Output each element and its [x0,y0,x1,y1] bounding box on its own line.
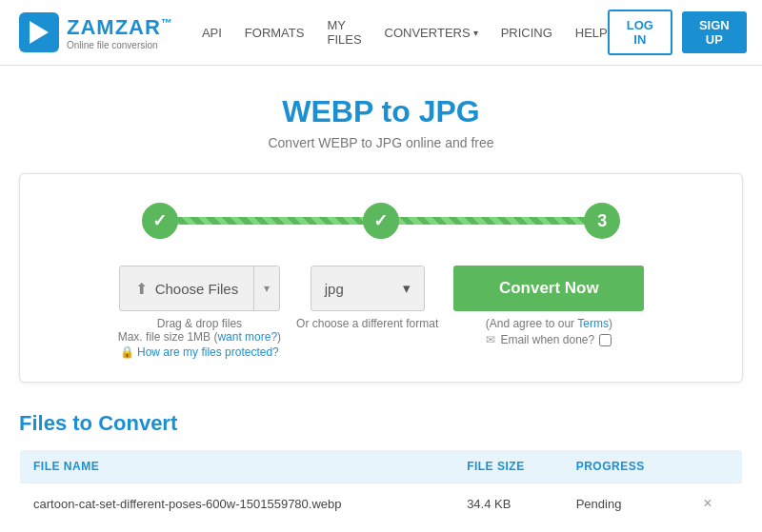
file-progress-cell: Pending [563,483,686,524]
progress-bar-container: ✓ ✓ 3 [49,203,713,239]
file-size-cell: 34.4 KB [453,483,563,524]
terms-link[interactable]: Terms [577,317,609,330]
step-1-circle: ✓ [142,203,178,239]
choose-files-hint: Drag & drop files Max. file size 1MB (wa… [118,317,281,344]
format-select[interactable]: jpg ▾ [311,266,425,311]
lock-icon: 🔒 [120,345,134,359]
email-checkbox[interactable] [599,334,612,346]
logo-area[interactable]: ZAMZAR™ Online file conversion [19,12,173,52]
page-title: WEBP to JPG [19,94,743,129]
main-content: WEBP to JPG Convert WEBP to JPG online a… [0,66,762,532]
table-row: cartoon-cat-set-different-poses-600w-150… [20,483,743,524]
header-actions: LOG IN SIGN UP [608,10,747,55]
progress-steps: ✓ ✓ 3 [142,203,621,239]
nav-api[interactable]: API [202,26,222,40]
convert-group: Convert Now (And agree to our Terms) ✉ E… [453,266,644,346]
convert-agree-text: (And agree to our Terms) [486,317,612,330]
logo-name: ZAMZAR™ [67,15,173,40]
format-arrow-icon: ▾ [403,280,411,297]
choose-files-dropdown-arrow[interactable]: ▾ [253,266,279,310]
login-button[interactable]: LOG IN [608,10,672,55]
email-label: Email when done? [500,333,594,346]
choose-files-label: Choose Files [155,281,239,297]
nav-formats[interactable]: FORMATS [245,26,305,40]
format-value: jpg [325,281,344,297]
choose-files-group: ⬆ Choose Files ▾ Drag & drop files Max. … [118,266,281,359]
nav-myfiles[interactable]: MY FILES [327,18,361,47]
nav-converters[interactable]: CONVERTERS [385,26,478,40]
step-2-circle: ✓ [363,203,399,239]
site-header: ZAMZAR™ Online file conversion API FORMA… [0,0,762,66]
file-name-cell: cartoon-cat-set-different-poses-600w-150… [20,483,454,524]
choose-files-main: ⬆ Choose Files [120,266,254,310]
main-nav: API FORMATS MY FILES CONVERTERS PRICING … [202,18,608,47]
logo-icon [19,12,59,52]
step-3-circle: 3 [584,203,620,239]
remove-file-button[interactable]: × [699,495,715,512]
logo-text-area: ZAMZAR™ Online file conversion [67,15,173,50]
upload-icon: ⬆ [135,280,148,298]
file-remove-cell: × [686,483,742,524]
email-check-row: ✉ Email when done? [486,333,612,346]
email-icon: ✉ [486,333,495,346]
col-filesize-header: FILE SIZE [453,450,563,483]
table-header-row: FILE NAME FILE SIZE PROGRESS [20,450,743,483]
converter-card: ✓ ✓ 3 ⬆ Choose Files [19,173,743,383]
col-progress-header: PROGRESS [563,450,686,483]
files-section-title: Files to Convert [19,411,743,436]
want-more-link[interactable]: want more? [217,330,277,344]
page-subtitle: Convert WEBP to JPG online and free [19,135,743,150]
convert-now-button[interactable]: Convert Now [453,266,644,311]
col-actions-header [686,450,742,483]
nav-pricing[interactable]: PRICING [501,26,552,40]
choose-files-button[interactable]: ⬆ Choose Files ▾ [119,266,281,311]
format-group: jpg ▾ Or choose a different format [296,266,438,330]
logo-subtitle: Online file conversion [67,40,173,50]
format-hint: Or choose a different format [296,317,438,330]
controls-row: ⬆ Choose Files ▾ Drag & drop files Max. … [49,266,713,359]
files-section: Files to Convert FILE NAME FILE SIZE PRO… [19,411,743,524]
files-table: FILE NAME FILE SIZE PROGRESS cartoon-cat… [19,449,743,524]
nav-help[interactable]: HELP [575,26,608,40]
col-filename-header: FILE NAME [20,450,454,483]
protection-link[interactable]: 🔒 How are my files protected? [120,345,279,359]
signup-button[interactable]: SIGN UP [682,11,747,53]
